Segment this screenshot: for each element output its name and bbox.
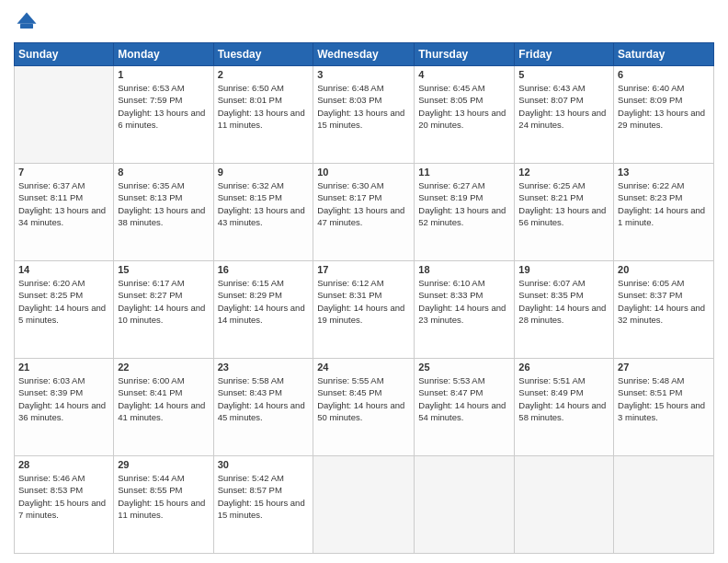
- day-info: Sunrise: 5:53 AMSunset: 8:47 PMDaylight:…: [418, 374, 510, 423]
- day-info: Sunrise: 6:12 AMSunset: 8:31 PMDaylight:…: [317, 277, 410, 326]
- day-number: 3: [317, 69, 410, 80]
- calendar-day-cell: 21Sunrise: 6:03 AMSunset: 8:39 PMDayligh…: [15, 359, 114, 456]
- day-number: 21: [18, 362, 109, 373]
- day-number: 15: [118, 264, 209, 275]
- day-number: 13: [618, 167, 710, 178]
- day-number: 24: [317, 362, 410, 373]
- calendar-table: SundayMondayTuesdayWednesdayThursdayFrid…: [14, 42, 714, 554]
- calendar-day-cell: 29Sunrise: 5:44 AMSunset: 8:55 PMDayligh…: [114, 456, 213, 554]
- weekday-header: Thursday: [415, 43, 515, 66]
- day-number: 1: [118, 69, 209, 80]
- day-number: 9: [218, 167, 310, 178]
- day-info: Sunrise: 5:42 AMSunset: 8:57 PMDaylight:…: [218, 472, 310, 521]
- calendar-day-cell: 28Sunrise: 5:46 AMSunset: 8:53 PMDayligh…: [15, 456, 114, 554]
- weekday-header: Sunday: [15, 43, 114, 66]
- day-info: Sunrise: 6:48 AMSunset: 8:03 PMDaylight:…: [317, 82, 410, 131]
- page: SundayMondayTuesdayWednesdayThursdayFrid…: [0, 0, 728, 563]
- day-info: Sunrise: 6:22 AMSunset: 8:23 PMDaylight:…: [618, 179, 710, 228]
- calendar-week-row: 14Sunrise: 6:20 AMSunset: 8:25 PMDayligh…: [15, 261, 714, 359]
- day-number: 6: [618, 69, 710, 80]
- day-info: Sunrise: 6:05 AMSunset: 8:37 PMDaylight:…: [618, 277, 710, 326]
- day-number: 28: [18, 459, 109, 470]
- calendar-day-cell: 5Sunrise: 6:43 AMSunset: 8:07 PMDaylight…: [515, 66, 614, 164]
- day-number: 27: [618, 362, 710, 373]
- calendar-day-cell: 17Sunrise: 6:12 AMSunset: 8:31 PMDayligh…: [313, 261, 415, 359]
- day-info: Sunrise: 6:25 AMSunset: 8:21 PMDaylight:…: [518, 179, 609, 228]
- calendar-week-row: 21Sunrise: 6:03 AMSunset: 8:39 PMDayligh…: [15, 359, 714, 456]
- calendar-day-cell: 25Sunrise: 5:53 AMSunset: 8:47 PMDayligh…: [415, 359, 515, 456]
- weekday-header: Saturday: [614, 43, 714, 66]
- calendar-day-cell: 12Sunrise: 6:25 AMSunset: 8:21 PMDayligh…: [515, 164, 614, 261]
- svg-marker-0: [17, 13, 37, 24]
- day-number: 26: [518, 362, 609, 373]
- day-number: 7: [18, 167, 109, 178]
- day-info: Sunrise: 5:58 AMSunset: 8:43 PMDaylight:…: [218, 374, 310, 423]
- day-info: Sunrise: 6:32 AMSunset: 8:15 PMDaylight:…: [218, 179, 310, 228]
- calendar-day-cell: 30Sunrise: 5:42 AMSunset: 8:57 PMDayligh…: [213, 456, 313, 554]
- calendar-day-cell: 24Sunrise: 5:55 AMSunset: 8:45 PMDayligh…: [313, 359, 415, 456]
- calendar-day-cell: 4Sunrise: 6:45 AMSunset: 8:05 PMDaylight…: [415, 66, 515, 164]
- day-info: Sunrise: 6:37 AMSunset: 8:11 PMDaylight:…: [18, 179, 109, 228]
- calendar-day-cell: 9Sunrise: 6:32 AMSunset: 8:15 PMDaylight…: [213, 164, 313, 261]
- day-info: Sunrise: 6:43 AMSunset: 8:07 PMDaylight:…: [518, 82, 609, 131]
- day-info: Sunrise: 6:03 AMSunset: 8:39 PMDaylight:…: [18, 374, 109, 423]
- calendar-day-cell: 18Sunrise: 6:10 AMSunset: 8:33 PMDayligh…: [415, 261, 515, 359]
- day-number: 11: [418, 167, 510, 178]
- header: [14, 9, 714, 35]
- calendar-day-cell: 27Sunrise: 5:48 AMSunset: 8:51 PMDayligh…: [614, 359, 714, 456]
- day-number: 23: [218, 362, 310, 373]
- calendar-day-cell: 14Sunrise: 6:20 AMSunset: 8:25 PMDayligh…: [15, 261, 114, 359]
- calendar-day-cell: 6Sunrise: 6:40 AMSunset: 8:09 PMDaylight…: [614, 66, 714, 164]
- svg-rect-1: [20, 24, 33, 29]
- logo-icon: [14, 9, 40, 35]
- day-info: Sunrise: 5:51 AMSunset: 8:49 PMDaylight:…: [518, 374, 609, 423]
- calendar-day-cell: 2Sunrise: 6:50 AMSunset: 8:01 PMDaylight…: [213, 66, 313, 164]
- calendar-day-cell: 20Sunrise: 6:05 AMSunset: 8:37 PMDayligh…: [614, 261, 714, 359]
- calendar-day-cell: [415, 456, 515, 554]
- logo: [14, 9, 43, 35]
- day-info: Sunrise: 6:15 AMSunset: 8:29 PMDaylight:…: [218, 277, 310, 326]
- day-info: Sunrise: 6:50 AMSunset: 8:01 PMDaylight:…: [218, 82, 310, 131]
- day-number: 20: [618, 264, 710, 275]
- day-info: Sunrise: 5:48 AMSunset: 8:51 PMDaylight:…: [618, 374, 710, 423]
- day-number: 5: [518, 69, 609, 80]
- weekday-header: Friday: [515, 43, 614, 66]
- calendar-day-cell: [614, 456, 714, 554]
- calendar-day-cell: [313, 456, 415, 554]
- calendar-day-cell: 16Sunrise: 6:15 AMSunset: 8:29 PMDayligh…: [213, 261, 313, 359]
- calendar-day-cell: 10Sunrise: 6:30 AMSunset: 8:17 PMDayligh…: [313, 164, 415, 261]
- day-number: 19: [518, 264, 609, 275]
- day-info: Sunrise: 6:10 AMSunset: 8:33 PMDaylight:…: [418, 277, 510, 326]
- day-info: Sunrise: 5:44 AMSunset: 8:55 PMDaylight:…: [118, 472, 209, 521]
- day-info: Sunrise: 5:55 AMSunset: 8:45 PMDaylight:…: [317, 374, 410, 423]
- day-number: 10: [317, 167, 410, 178]
- weekday-header: Tuesday: [213, 43, 313, 66]
- calendar-day-cell: 22Sunrise: 6:00 AMSunset: 8:41 PMDayligh…: [114, 359, 213, 456]
- calendar-day-cell: 26Sunrise: 5:51 AMSunset: 8:49 PMDayligh…: [515, 359, 614, 456]
- day-number: 14: [18, 264, 109, 275]
- weekday-header: Wednesday: [313, 43, 415, 66]
- day-number: 2: [218, 69, 310, 80]
- calendar-day-cell: [15, 66, 114, 164]
- calendar-day-cell: 3Sunrise: 6:48 AMSunset: 8:03 PMDaylight…: [313, 66, 415, 164]
- calendar-week-row: 7Sunrise: 6:37 AMSunset: 8:11 PMDaylight…: [15, 164, 714, 261]
- calendar-day-cell: 13Sunrise: 6:22 AMSunset: 8:23 PMDayligh…: [614, 164, 714, 261]
- day-number: 18: [418, 264, 510, 275]
- day-info: Sunrise: 6:17 AMSunset: 8:27 PMDaylight:…: [118, 277, 209, 326]
- day-info: Sunrise: 6:45 AMSunset: 8:05 PMDaylight:…: [418, 82, 510, 131]
- day-info: Sunrise: 6:53 AMSunset: 7:59 PMDaylight:…: [118, 82, 209, 131]
- day-info: Sunrise: 6:00 AMSunset: 8:41 PMDaylight:…: [118, 374, 209, 423]
- day-info: Sunrise: 6:27 AMSunset: 8:19 PMDaylight:…: [418, 179, 510, 228]
- day-number: 22: [118, 362, 209, 373]
- day-number: 12: [518, 167, 609, 178]
- day-info: Sunrise: 6:20 AMSunset: 8:25 PMDaylight:…: [18, 277, 109, 326]
- calendar-day-cell: 7Sunrise: 6:37 AMSunset: 8:11 PMDaylight…: [15, 164, 114, 261]
- weekday-header: Monday: [114, 43, 213, 66]
- calendar-day-cell: [515, 456, 614, 554]
- calendar-day-cell: 23Sunrise: 5:58 AMSunset: 8:43 PMDayligh…: [213, 359, 313, 456]
- calendar-header-row: SundayMondayTuesdayWednesdayThursdayFrid…: [15, 43, 714, 66]
- calendar-day-cell: 11Sunrise: 6:27 AMSunset: 8:19 PMDayligh…: [415, 164, 515, 261]
- calendar-day-cell: 15Sunrise: 6:17 AMSunset: 8:27 PMDayligh…: [114, 261, 213, 359]
- day-info: Sunrise: 6:35 AMSunset: 8:13 PMDaylight:…: [118, 179, 209, 228]
- day-number: 30: [218, 459, 310, 470]
